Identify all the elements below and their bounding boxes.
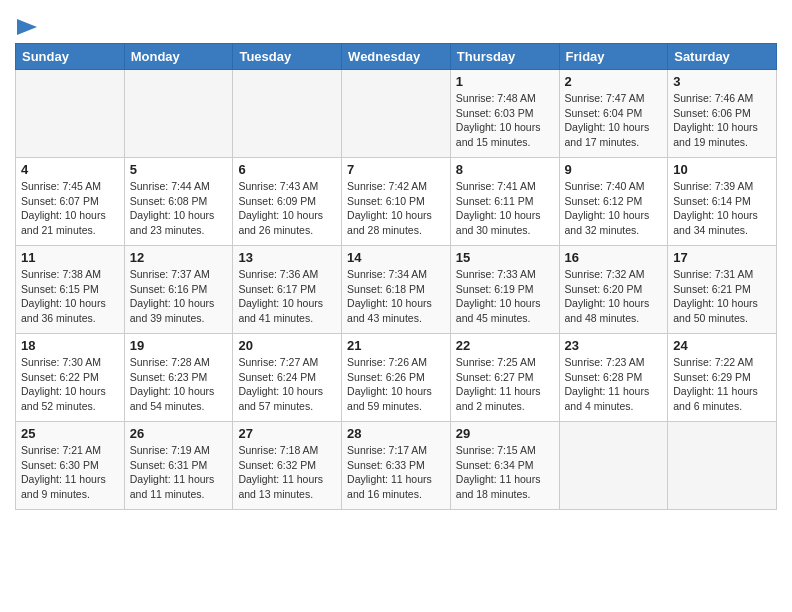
day-cell: [342, 70, 451, 158]
day-info: Sunrise: 7:41 AM Sunset: 6:11 PM Dayligh…: [456, 179, 554, 238]
week-row-4: 25Sunrise: 7:21 AM Sunset: 6:30 PM Dayli…: [16, 422, 777, 510]
day-number: 21: [347, 338, 445, 353]
day-number: 16: [565, 250, 663, 265]
day-cell: [559, 422, 668, 510]
day-cell: 24Sunrise: 7:22 AM Sunset: 6:29 PM Dayli…: [668, 334, 777, 422]
day-cell: [124, 70, 233, 158]
day-number: 20: [238, 338, 336, 353]
day-info: Sunrise: 7:25 AM Sunset: 6:27 PM Dayligh…: [456, 355, 554, 414]
day-number: 9: [565, 162, 663, 177]
day-number: 10: [673, 162, 771, 177]
header-cell-sunday: Sunday: [16, 44, 125, 70]
day-number: 5: [130, 162, 228, 177]
day-info: Sunrise: 7:31 AM Sunset: 6:21 PM Dayligh…: [673, 267, 771, 326]
header-cell-friday: Friday: [559, 44, 668, 70]
day-cell: 10Sunrise: 7:39 AM Sunset: 6:14 PM Dayli…: [668, 158, 777, 246]
day-info: Sunrise: 7:32 AM Sunset: 6:20 PM Dayligh…: [565, 267, 663, 326]
week-row-3: 18Sunrise: 7:30 AM Sunset: 6:22 PM Dayli…: [16, 334, 777, 422]
day-number: 24: [673, 338, 771, 353]
day-info: Sunrise: 7:15 AM Sunset: 6:34 PM Dayligh…: [456, 443, 554, 502]
day-info: Sunrise: 7:34 AM Sunset: 6:18 PM Dayligh…: [347, 267, 445, 326]
week-row-0: 1Sunrise: 7:48 AM Sunset: 6:03 PM Daylig…: [16, 70, 777, 158]
day-cell: [16, 70, 125, 158]
day-number: 22: [456, 338, 554, 353]
day-number: 4: [21, 162, 119, 177]
calendar-body: 1Sunrise: 7:48 AM Sunset: 6:03 PM Daylig…: [16, 70, 777, 510]
day-number: 7: [347, 162, 445, 177]
day-cell: 2Sunrise: 7:47 AM Sunset: 6:04 PM Daylig…: [559, 70, 668, 158]
logo-arrow-icon: [17, 19, 37, 35]
svg-marker-0: [17, 19, 37, 35]
day-cell: 3Sunrise: 7:46 AM Sunset: 6:06 PM Daylig…: [668, 70, 777, 158]
day-info: Sunrise: 7:28 AM Sunset: 6:23 PM Dayligh…: [130, 355, 228, 414]
day-cell: [233, 70, 342, 158]
day-number: 18: [21, 338, 119, 353]
day-cell: 9Sunrise: 7:40 AM Sunset: 6:12 PM Daylig…: [559, 158, 668, 246]
day-cell: 12Sunrise: 7:37 AM Sunset: 6:16 PM Dayli…: [124, 246, 233, 334]
day-info: Sunrise: 7:48 AM Sunset: 6:03 PM Dayligh…: [456, 91, 554, 150]
day-info: Sunrise: 7:30 AM Sunset: 6:22 PM Dayligh…: [21, 355, 119, 414]
day-info: Sunrise: 7:37 AM Sunset: 6:16 PM Dayligh…: [130, 267, 228, 326]
day-info: Sunrise: 7:44 AM Sunset: 6:08 PM Dayligh…: [130, 179, 228, 238]
day-cell: 20Sunrise: 7:27 AM Sunset: 6:24 PM Dayli…: [233, 334, 342, 422]
week-row-1: 4Sunrise: 7:45 AM Sunset: 6:07 PM Daylig…: [16, 158, 777, 246]
header-cell-monday: Monday: [124, 44, 233, 70]
day-number: 29: [456, 426, 554, 441]
day-info: Sunrise: 7:19 AM Sunset: 6:31 PM Dayligh…: [130, 443, 228, 502]
header-cell-thursday: Thursday: [450, 44, 559, 70]
day-number: 6: [238, 162, 336, 177]
day-cell: 29Sunrise: 7:15 AM Sunset: 6:34 PM Dayli…: [450, 422, 559, 510]
day-info: Sunrise: 7:26 AM Sunset: 6:26 PM Dayligh…: [347, 355, 445, 414]
day-info: Sunrise: 7:43 AM Sunset: 6:09 PM Dayligh…: [238, 179, 336, 238]
header-cell-wednesday: Wednesday: [342, 44, 451, 70]
day-info: Sunrise: 7:22 AM Sunset: 6:29 PM Dayligh…: [673, 355, 771, 414]
header-area: [15, 10, 777, 35]
day-info: Sunrise: 7:23 AM Sunset: 6:28 PM Dayligh…: [565, 355, 663, 414]
day-number: 13: [238, 250, 336, 265]
day-info: Sunrise: 7:40 AM Sunset: 6:12 PM Dayligh…: [565, 179, 663, 238]
day-number: 25: [21, 426, 119, 441]
day-cell: 6Sunrise: 7:43 AM Sunset: 6:09 PM Daylig…: [233, 158, 342, 246]
day-number: 14: [347, 250, 445, 265]
day-cell: 11Sunrise: 7:38 AM Sunset: 6:15 PM Dayli…: [16, 246, 125, 334]
day-info: Sunrise: 7:21 AM Sunset: 6:30 PM Dayligh…: [21, 443, 119, 502]
day-number: 28: [347, 426, 445, 441]
header-cell-tuesday: Tuesday: [233, 44, 342, 70]
day-info: Sunrise: 7:42 AM Sunset: 6:10 PM Dayligh…: [347, 179, 445, 238]
day-number: 11: [21, 250, 119, 265]
day-info: Sunrise: 7:39 AM Sunset: 6:14 PM Dayligh…: [673, 179, 771, 238]
day-cell: 13Sunrise: 7:36 AM Sunset: 6:17 PM Dayli…: [233, 246, 342, 334]
day-info: Sunrise: 7:18 AM Sunset: 6:32 PM Dayligh…: [238, 443, 336, 502]
day-cell: 25Sunrise: 7:21 AM Sunset: 6:30 PM Dayli…: [16, 422, 125, 510]
day-number: 26: [130, 426, 228, 441]
day-number: 19: [130, 338, 228, 353]
day-number: 23: [565, 338, 663, 353]
logo-text: [15, 14, 37, 35]
day-cell: 27Sunrise: 7:18 AM Sunset: 6:32 PM Dayli…: [233, 422, 342, 510]
day-cell: 17Sunrise: 7:31 AM Sunset: 6:21 PM Dayli…: [668, 246, 777, 334]
day-cell: 5Sunrise: 7:44 AM Sunset: 6:08 PM Daylig…: [124, 158, 233, 246]
day-cell: 15Sunrise: 7:33 AM Sunset: 6:19 PM Dayli…: [450, 246, 559, 334]
day-number: 2: [565, 74, 663, 89]
day-info: Sunrise: 7:47 AM Sunset: 6:04 PM Dayligh…: [565, 91, 663, 150]
header-row: SundayMondayTuesdayWednesdayThursdayFrid…: [16, 44, 777, 70]
day-cell: 28Sunrise: 7:17 AM Sunset: 6:33 PM Dayli…: [342, 422, 451, 510]
day-number: 27: [238, 426, 336, 441]
day-number: 3: [673, 74, 771, 89]
day-info: Sunrise: 7:46 AM Sunset: 6:06 PM Dayligh…: [673, 91, 771, 150]
day-cell: 18Sunrise: 7:30 AM Sunset: 6:22 PM Dayli…: [16, 334, 125, 422]
day-cell: 8Sunrise: 7:41 AM Sunset: 6:11 PM Daylig…: [450, 158, 559, 246]
day-number: 17: [673, 250, 771, 265]
day-cell: [668, 422, 777, 510]
day-cell: 4Sunrise: 7:45 AM Sunset: 6:07 PM Daylig…: [16, 158, 125, 246]
day-info: Sunrise: 7:33 AM Sunset: 6:19 PM Dayligh…: [456, 267, 554, 326]
day-number: 1: [456, 74, 554, 89]
day-info: Sunrise: 7:17 AM Sunset: 6:33 PM Dayligh…: [347, 443, 445, 502]
day-info: Sunrise: 7:45 AM Sunset: 6:07 PM Dayligh…: [21, 179, 119, 238]
day-number: 12: [130, 250, 228, 265]
day-info: Sunrise: 7:27 AM Sunset: 6:24 PM Dayligh…: [238, 355, 336, 414]
calendar-page: SundayMondayTuesdayWednesdayThursdayFrid…: [0, 0, 792, 525]
day-cell: 26Sunrise: 7:19 AM Sunset: 6:31 PM Dayli…: [124, 422, 233, 510]
calendar-header: SundayMondayTuesdayWednesdayThursdayFrid…: [16, 44, 777, 70]
day-info: Sunrise: 7:38 AM Sunset: 6:15 PM Dayligh…: [21, 267, 119, 326]
